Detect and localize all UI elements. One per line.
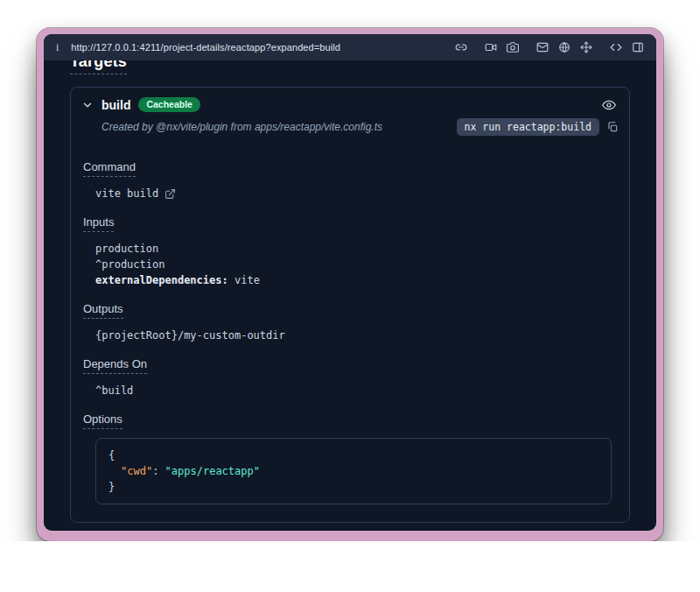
build-card-subheader: Created by @nx/vite/plugin from apps/rea…	[71, 116, 629, 146]
chevron-down-icon[interactable]	[81, 99, 94, 111]
input-item: production	[95, 241, 612, 257]
code-line: }	[108, 479, 598, 495]
build-card-body: Command vite build Inputs production^pro…	[71, 160, 629, 522]
command-value-row: vite build	[83, 186, 612, 201]
command-value: vite build	[95, 186, 158, 201]
eye-icon[interactable]	[598, 95, 619, 115]
sidebar-icon[interactable]	[632, 41, 644, 53]
info-icon[interactable]: i	[56, 41, 59, 54]
depends-on-label: Depends On	[83, 357, 612, 374]
video-capture-icon[interactable]	[485, 41, 497, 53]
output-item: {projectRoot}/my-custom-outdir	[95, 328, 612, 343]
external-link-icon[interactable]	[164, 188, 176, 200]
move-icon[interactable]	[580, 41, 592, 53]
code-line: {	[108, 448, 598, 463]
run-command-chip: nx run reactapp:build	[457, 118, 599, 136]
input-item: ^production	[95, 257, 612, 272]
options-label: Options	[83, 412, 612, 429]
command-label: Command	[83, 160, 612, 177]
page-content: Targets build Cacheable Created by @nx/v…	[44, 60, 656, 531]
browser-window: i http://127.0.0.1:4211/project-details/…	[37, 28, 663, 541]
options-code-block: { "cwd": "apps/reactapp" }	[95, 438, 612, 504]
code-line: "cwd": "apps/reactapp"	[108, 463, 598, 479]
target-card-build: build Cacheable Created by @nx/vite/plug…	[70, 87, 630, 523]
outputs-label: Outputs	[83, 302, 612, 319]
depends-on-values: ^build	[83, 383, 612, 398]
cacheable-badge: Cacheable	[138, 97, 200, 113]
inputs-values: production^production externalDependenci…	[83, 241, 612, 288]
page-title: Targets	[70, 60, 630, 74]
code-icon[interactable]	[610, 41, 622, 53]
outputs-values: {projectRoot}/my-custom-outdir	[83, 328, 612, 343]
link-icon[interactable]	[455, 41, 467, 53]
mail-icon[interactable]	[536, 41, 549, 53]
toolbar-icons	[455, 41, 644, 53]
target-name-build: build	[102, 98, 130, 112]
globe-icon[interactable]	[558, 41, 570, 53]
created-by-note: Created by @nx/vite/plugin from apps/rea…	[102, 121, 382, 133]
browser-viewport: i http://127.0.0.1:4211/project-details/…	[44, 34, 656, 531]
input-external-deps: externalDependencies: vite	[95, 272, 612, 288]
build-card-header: build Cacheable	[71, 88, 629, 116]
url-bar[interactable]: http://127.0.0.1:4211/project-details/re…	[71, 42, 443, 53]
depends-item: ^build	[95, 383, 612, 398]
camera-icon[interactable]	[507, 41, 519, 53]
copy-icon[interactable]	[606, 121, 619, 133]
inputs-label: Inputs	[83, 215, 612, 232]
browser-toolbar: i http://127.0.0.1:4211/project-details/…	[44, 34, 656, 60]
